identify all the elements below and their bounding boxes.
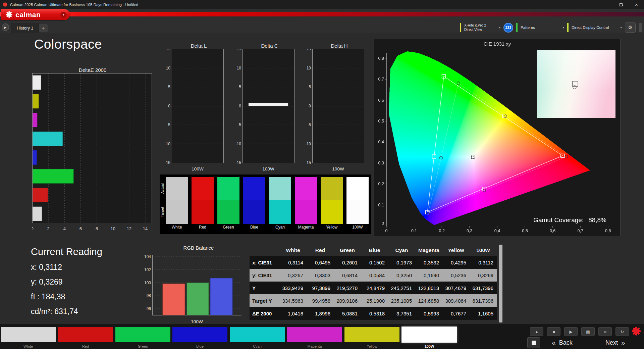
row-label: y: CIE31 bbox=[250, 269, 279, 282]
chevron-down-icon[interactable]: ▾ bbox=[60, 12, 66, 18]
svg-text:0,4: 0,4 bbox=[378, 140, 384, 144]
table-scrollbar[interactable] bbox=[499, 245, 502, 322]
svg-text:-5: -5 bbox=[237, 122, 241, 127]
svg-text:-5: -5 bbox=[167, 122, 170, 127]
pattern-count-badge[interactable]: 233 bbox=[503, 23, 513, 33]
table-header: Red bbox=[307, 245, 334, 256]
table-cell: 631,7396 bbox=[470, 282, 497, 294]
delta-l-chart-title: Delta L bbox=[160, 43, 226, 49]
meter-name: X-Rite i1Pro 2 bbox=[464, 23, 486, 28]
table-row: ΔE 20001,04181,89965,08810,53183,73510,5… bbox=[250, 307, 497, 320]
reading-fl: fL: 184,38 bbox=[31, 292, 102, 301]
actual-swatch bbox=[217, 177, 239, 200]
table-cell: 219,5270 bbox=[334, 282, 361, 294]
back-label: Back bbox=[559, 339, 573, 346]
calman-logo-button[interactable]: calman ▾ bbox=[1, 9, 70, 20]
pattern-patch-White[interactable]: White bbox=[1, 327, 56, 348]
svg-text:0,3: 0,3 bbox=[378, 161, 384, 165]
pattern-patch-Yellow[interactable]: Yellow bbox=[344, 327, 399, 348]
rgb-balance-chart-title: RGB Balance bbox=[141, 245, 245, 251]
table-header: 100W bbox=[470, 245, 497, 256]
refresh-button[interactable]: ↻ bbox=[615, 327, 629, 336]
tab-history-1[interactable]: History 1 bbox=[11, 23, 39, 33]
deltae-chart-title: DeltaE 2000 bbox=[32, 67, 153, 73]
svg-text:2: 2 bbox=[47, 226, 49, 231]
swatch-label: 100W bbox=[346, 225, 369, 230]
maximize-button[interactable] bbox=[614, 0, 629, 9]
table-cell: 99,4958 bbox=[307, 294, 334, 307]
overflow-button[interactable] bbox=[639, 23, 642, 32]
svg-text:100W: 100W bbox=[191, 319, 203, 324]
svg-text:0: 0 bbox=[385, 229, 388, 233]
svg-text:0,7: 0,7 bbox=[578, 229, 583, 233]
play-button[interactable]: ▶ bbox=[564, 327, 578, 336]
chevron-down-icon: ▾ bbox=[499, 26, 500, 30]
add-tab-icon: + bbox=[42, 26, 45, 31]
panel-expand-button[interactable]: ▶ bbox=[2, 23, 9, 31]
collapse-button[interactable]: ▲ bbox=[530, 327, 543, 336]
calman-window: Calman 2025 Calman Ultimate for Business… bbox=[0, 0, 644, 349]
link-button[interactable]: ∞ bbox=[598, 327, 612, 336]
svg-text:0,4: 0,4 bbox=[494, 229, 500, 233]
table-cell: 309,4064 bbox=[442, 294, 470, 307]
table-cell: 0,7677 bbox=[442, 307, 470, 320]
back-button[interactable]: « Back bbox=[552, 337, 573, 348]
patch-swatch bbox=[344, 327, 399, 342]
actual-swatch bbox=[192, 177, 214, 200]
pattern-patch-Blue[interactable]: Blue bbox=[172, 327, 227, 348]
meter-mode: Direct View bbox=[464, 28, 486, 32]
patch-label: Yellow bbox=[344, 344, 399, 348]
table-cell: 0,3532 bbox=[415, 256, 442, 269]
header: calman ▾ ▶ History 1 + X-Rite i1Pro 2 Di… bbox=[0, 9, 644, 33]
actual-row-label: Actual bbox=[160, 177, 165, 200]
chevron-down-icon: ▾ bbox=[562, 26, 564, 29]
meter-status-bar bbox=[460, 23, 461, 32]
meter-dropdown[interactable]: X-Rite i1Pro 2 Direct View ▾ bbox=[464, 23, 500, 32]
next-button[interactable]: Next » bbox=[605, 337, 625, 348]
settings-gear-button[interactable]: ⚙ bbox=[625, 22, 636, 33]
reading-x: x: 0,3112 bbox=[31, 263, 102, 272]
patterns-status-bar bbox=[516, 23, 518, 32]
svg-text:0,6: 0,6 bbox=[550, 229, 555, 233]
reading-cdm2: cd/m²: 631,74 bbox=[31, 307, 102, 316]
swatch-label: White bbox=[166, 225, 188, 230]
patterns-dropdown[interactable]: Patterns ▾ bbox=[521, 26, 564, 30]
pattern-patch-Red[interactable]: Red bbox=[58, 327, 113, 348]
svg-text:8: 8 bbox=[96, 226, 98, 231]
target-swatch bbox=[192, 200, 214, 224]
patch-swatch bbox=[402, 327, 457, 342]
minimize-button[interactable] bbox=[599, 0, 614, 9]
svg-text:-15: -15 bbox=[305, 160, 311, 165]
table-cell: 631,7396 bbox=[470, 294, 497, 307]
svg-text:0,3: 0,3 bbox=[467, 229, 472, 233]
patch-window-button[interactable] bbox=[527, 337, 540, 348]
svg-text:-5: -5 bbox=[307, 122, 311, 127]
svg-text:-10: -10 bbox=[305, 142, 311, 146]
table-cell: 307,4679 bbox=[442, 282, 470, 294]
svg-text:0: 0 bbox=[309, 104, 311, 108]
pattern-patch-100W[interactable]: 100W bbox=[402, 327, 457, 348]
pattern-patch-Cyan[interactable]: Cyan bbox=[230, 327, 285, 348]
add-tab-button[interactable]: + bbox=[39, 24, 48, 32]
svg-text:98: 98 bbox=[147, 293, 151, 298]
deltae-chart: 02468101214 bbox=[32, 73, 153, 235]
stop-button[interactable]: ■ bbox=[547, 327, 560, 336]
close-button[interactable]: × bbox=[629, 0, 644, 9]
pattern-patch-Magenta[interactable]: Magenta bbox=[287, 327, 342, 348]
svg-text:10: 10 bbox=[307, 66, 311, 70]
table-cell: 1,1605 bbox=[470, 307, 497, 320]
svg-text:0,5: 0,5 bbox=[522, 229, 528, 233]
svg-text:12: 12 bbox=[127, 226, 131, 231]
actual-swatch bbox=[321, 177, 343, 200]
swatch-comparison-panel: ActualTarget White Red Green Blue Cyan M… bbox=[160, 174, 371, 234]
table-header: Green bbox=[334, 245, 361, 256]
target-swatch bbox=[166, 200, 188, 224]
cie-chart-title: CIE 1931 xy bbox=[374, 41, 621, 47]
svg-text:5: 5 bbox=[309, 85, 311, 89]
svg-text:10: 10 bbox=[166, 66, 171, 70]
table-cell: 0,1973 bbox=[388, 256, 415, 269]
pattern-patch-Green[interactable]: Green bbox=[115, 327, 170, 348]
display-control-dropdown[interactable]: Direct Display Control ▾ bbox=[572, 26, 622, 30]
calman-logo-text: calman bbox=[15, 11, 41, 19]
save-button[interactable]: ▦ bbox=[581, 327, 595, 336]
